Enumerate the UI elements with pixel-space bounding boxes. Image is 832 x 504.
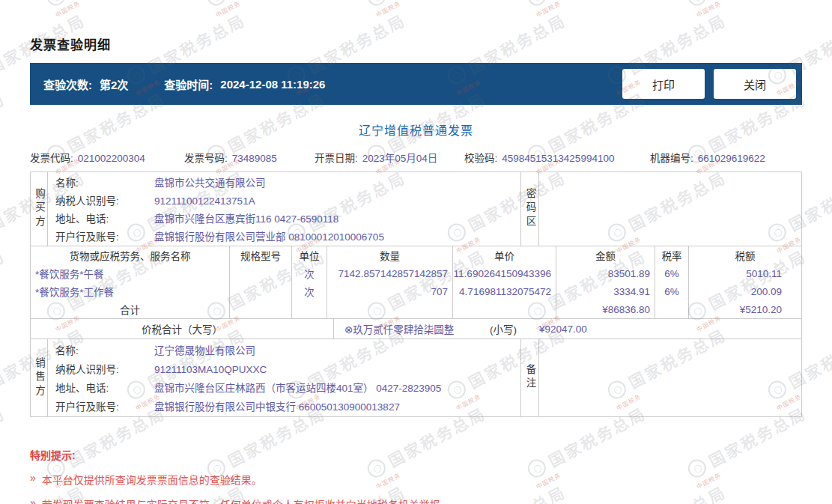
invoice-code: 发票代码:021002200304	[30, 150, 184, 165]
item-row: *餐饮服务*工作餐 次 707 4.716981132075472 3334.9…	[31, 282, 801, 300]
check-code-label: 校验码:	[464, 153, 497, 164]
invoice-number-label: 发票号码:	[184, 153, 228, 164]
sum-lowercase: (小写) ¥92047.00	[469, 321, 801, 336]
sum-row: 价税合计（大写） ⊗玖万贰仟零肆拾柒圆整 (小写) ¥92047.00	[30, 318, 802, 339]
header-unit-price: 单价	[453, 246, 556, 264]
seller-side-label-cell: 销售方	[31, 339, 48, 416]
invoice-date-label: 开票日期:	[315, 153, 358, 164]
item-unit-price: 4.716981132075472	[453, 282, 556, 300]
buyer-side-label: 购买方	[31, 188, 46, 230]
header-quantity: 数量	[327, 246, 453, 264]
header-tax-rate: 税率	[655, 246, 689, 264]
bullet-icon: »	[30, 472, 36, 487]
buyer-name-label: 名称:	[55, 174, 154, 192]
item-spec	[230, 282, 292, 300]
items-total-price	[453, 300, 556, 318]
print-button[interactable]: 打印	[622, 69, 705, 99]
seller-address-label: 地址、电话:	[55, 380, 154, 397]
seller-info: 名称: 辽宁德晟物业有限公司 纳税人识别号: 91211103MA10QPUXX…	[48, 339, 520, 416]
item-spec	[230, 264, 292, 282]
buyer-side-label-cell: 购买方	[31, 172, 48, 246]
password-area	[539, 172, 801, 246]
page-title: 发票查验明细	[30, 34, 802, 53]
items-total-qty	[327, 300, 453, 318]
seller-bank-row: 开户行及账号: 盘锦银行股份有限公司中银支行 66005013090001382…	[55, 398, 520, 416]
buyer-address-value: 盘锦市兴隆台区惠宾街116 0427-6590118	[154, 210, 338, 228]
seller-taxid-row: 纳税人识别号: 91211103MA10QPUXXC	[55, 361, 520, 378]
header-goods-name: 货物或应税劳务、服务名称	[31, 246, 230, 264]
item-goods-name: *餐饮服务*工作餐	[31, 282, 230, 300]
buyer-section: 购买方 名称: 盘锦市公共交通有限公司 纳税人识别号: 912111001224…	[30, 171, 802, 246]
check-count: 查验次数: 第2次	[43, 76, 128, 92]
check-code-value: 45984515313425994100	[502, 153, 614, 164]
close-button[interactable]: 关闭	[714, 69, 796, 99]
item-unit: 次	[292, 282, 327, 300]
special-notes: 特别提示: » 本平台仅提供所查询发票票面信息的查验结果。 » 若发现发票查验结…	[30, 447, 802, 504]
header-spec: 规格型号	[230, 246, 292, 264]
item-tax-rate: 6%	[655, 264, 689, 282]
items-total-spec	[230, 300, 292, 318]
note-text: 本平台仅提供所查询发票票面信息的查验结果。	[42, 472, 262, 487]
invoice-number: 发票号码:73489085	[184, 150, 315, 165]
sum-lowercase-value: ¥92047.00	[539, 324, 587, 335]
sum-lowercase-label: (小写)	[490, 321, 517, 336]
items-total-label: 合计	[31, 300, 230, 318]
invoice-number-value: 73489085	[232, 153, 277, 164]
item-unit: 次	[292, 264, 327, 282]
header-amount: 金额	[556, 246, 655, 264]
item-tax-amount: 200.09	[689, 282, 801, 300]
seller-side-label: 销售方	[31, 357, 46, 399]
check-count-label: 查验次数:	[43, 76, 92, 92]
buyer-bank-label: 开户行及账号:	[55, 228, 154, 246]
items-table: 货物或应税劳务、服务名称 规格型号 单位 数量 单价 金额 税率 税额 *餐饮服…	[30, 246, 802, 319]
invoice-code-value: 021002200304	[78, 153, 145, 164]
check-time: 查验时间: 2024-12-08 11:19:26	[164, 76, 325, 92]
seller-taxid-value: 91211103MA10QPUXXC	[154, 361, 267, 378]
check-time-label: 查验时间:	[164, 76, 213, 92]
item-tax-rate: 6%	[655, 282, 689, 300]
header-tax-amount: 税额	[689, 246, 801, 264]
items-total-tax: ¥5210.20	[689, 300, 801, 318]
items-header-row: 货物或应税劳务、服务名称 规格型号 单位 数量 单价 金额 税率 税额	[31, 246, 801, 264]
invoice-code-label: 发票代码:	[30, 153, 73, 164]
special-notes-title: 特别提示:	[30, 447, 802, 462]
item-amount: 83501.89	[556, 264, 655, 282]
remark-label-cell: 备注	[520, 339, 539, 416]
seller-address-value: 盘锦市兴隆台区庄林路西（市客运站四楼401室） 0427-2823905	[154, 380, 441, 397]
item-row: *餐饮服务*午餐 次 7142.857142857142857 11.69026…	[31, 264, 801, 282]
note-line: » 本平台仅提供所查询发票票面信息的查验结果。	[30, 472, 802, 487]
buyer-taxid-row: 纳税人识别号: 91211100122413751A	[55, 192, 520, 210]
seller-name-value: 辽宁德晟物业有限公司	[154, 342, 255, 359]
items-total-amount: ¥86836.80	[556, 300, 655, 318]
buyer-taxid-value: 91211100122413751A	[154, 192, 255, 210]
item-quantity: 7142.857142857142857	[327, 264, 453, 282]
items-total-unit	[292, 300, 327, 318]
remark-area	[539, 339, 801, 416]
invoice-title: 辽宁增值税普通发票	[30, 121, 802, 139]
invoice-meta-row: 发票代码:021002200304 发票号码:73489085 开票日期:202…	[30, 150, 802, 165]
buyer-bank-value: 盘锦银行股份有限公司营业部 08100012010006705	[154, 228, 384, 246]
check-count-value: 第2次	[100, 76, 128, 92]
buyer-name-value: 盘锦市公共交通有限公司	[154, 174, 266, 192]
check-code: 校验码:45984515313425994100	[464, 150, 650, 165]
topbar-buttons: 打印 关闭	[622, 69, 796, 99]
content: 发票查验明细 查验次数: 第2次 查验时间: 2024-12-08 11:19:…	[0, 0, 832, 504]
item-amount: 3334.91	[556, 282, 655, 300]
buyer-taxid-label: 纳税人识别号:	[55, 192, 154, 210]
note-line: » 若发现发票查验结果与实际交易不符，任何单位或个人有权拒收并向当地税务机关举报…	[30, 497, 802, 504]
remark-label: 备注	[523, 364, 538, 392]
item-unit-price: 11.690264150943396	[453, 264, 556, 282]
password-area-label-cell: 密码区	[520, 172, 539, 246]
buyer-bank-row: 开户行及账号: 盘锦银行股份有限公司营业部 08100012010006705	[55, 228, 520, 246]
buyer-info: 名称: 盘锦市公共交通有限公司 纳税人识别号: 9121110012241375…	[48, 172, 520, 246]
invoice-date-value: 2023年05月04日	[362, 153, 438, 164]
header-unit: 单位	[292, 246, 327, 264]
items-total-rate	[655, 300, 689, 318]
machine-number-label: 机器编号:	[650, 153, 693, 164]
top-bar: 查验次数: 第2次 查验时间: 2024-12-08 11:19:26 打印 关…	[30, 63, 802, 105]
buyer-address-label: 地址、电话:	[55, 210, 154, 228]
items-total-row: 合计 ¥86836.80 ¥5210.20	[31, 300, 801, 318]
seller-address-row: 地址、电话: 盘锦市兴隆台区庄林路西（市客运站四楼401室） 0427-2823…	[55, 380, 520, 397]
machine-number: 机器编号:661029619622	[650, 150, 802, 165]
sum-label: 价税合计（大写）	[31, 319, 334, 338]
